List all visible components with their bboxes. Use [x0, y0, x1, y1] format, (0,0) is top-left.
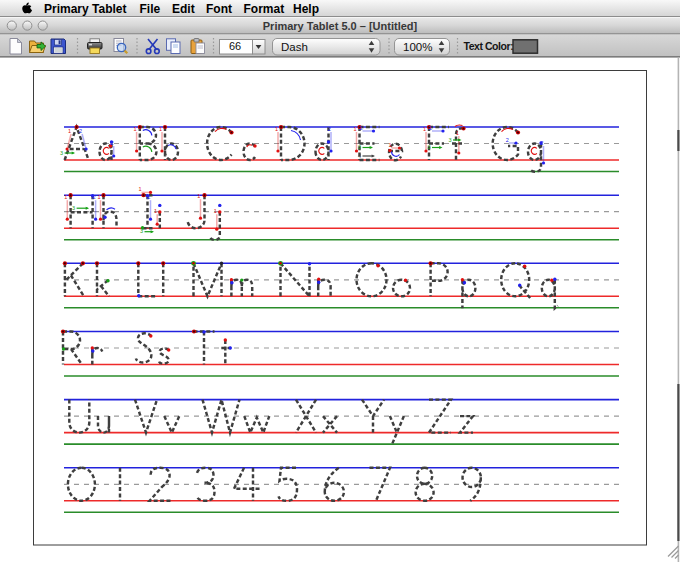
svg-text:3: 3 [72, 205, 75, 211]
svg-text:Help: Help [293, 2, 319, 16]
svg-text:4: 4 [358, 153, 361, 159]
svg-text:Primary Tablet: Primary Tablet [44, 2, 126, 16]
svg-text:3: 3 [60, 150, 63, 156]
svg-text:2: 2 [506, 137, 509, 143]
svg-text:1: 1 [138, 186, 141, 192]
svg-text:1: 1 [133, 126, 136, 132]
svg-text:2: 2 [540, 140, 543, 146]
svg-text:Format: Format [244, 2, 285, 16]
svg-text:1: 1 [456, 130, 459, 136]
svg-text:66: 66 [229, 40, 241, 52]
svg-text:3: 3 [427, 144, 430, 150]
svg-text:1: 1 [214, 208, 217, 214]
svg-text:2: 2 [79, 128, 82, 134]
svg-text:2: 2 [359, 125, 362, 131]
svg-text:1: 1 [197, 193, 200, 199]
svg-text:File: File [140, 2, 161, 16]
svg-text:Dash: Dash [281, 41, 308, 53]
svg-text:2: 2 [111, 140, 114, 146]
svg-text:1: 1 [159, 126, 162, 132]
svg-text:1: 1 [68, 128, 71, 134]
svg-text:Edit: Edit [172, 2, 195, 16]
svg-text:Font: Font [206, 2, 232, 16]
svg-text:Primary Tablet 5.0 – [Untitled: Primary Tablet 5.0 – [Untitled] [263, 20, 418, 32]
svg-text:1: 1 [154, 208, 157, 214]
svg-text:2: 2 [429, 125, 432, 131]
svg-text:3: 3 [140, 228, 143, 234]
svg-text:2: 2 [147, 194, 150, 200]
svg-text:100%: 100% [403, 41, 432, 53]
svg-text:1: 1 [388, 142, 391, 148]
svg-text:2: 2 [328, 126, 331, 132]
svg-text:1: 1 [423, 126, 426, 132]
svg-text:1: 1 [64, 194, 67, 200]
svg-text:1: 1 [97, 194, 100, 200]
svg-text:Text Color:: Text Color: [464, 40, 514, 52]
svg-text:3: 3 [358, 144, 361, 150]
svg-text:2: 2 [92, 194, 95, 200]
svg-text:1: 1 [353, 126, 356, 132]
svg-text:3: 3 [448, 137, 451, 143]
svg-text:1: 1 [275, 126, 278, 132]
